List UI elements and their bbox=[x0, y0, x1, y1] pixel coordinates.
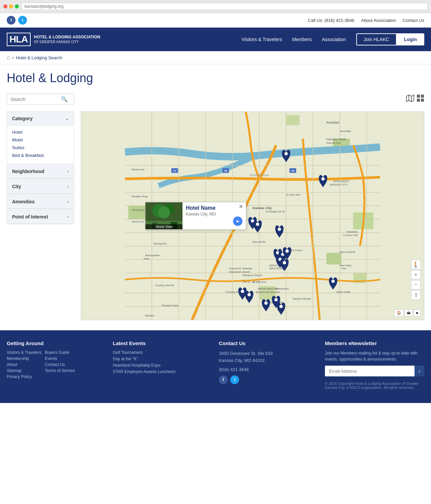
twitter-button[interactable]: t bbox=[18, 16, 27, 25]
main-layout: Category ⌄ Hotel Motel Suites Bed & Brea… bbox=[7, 111, 424, 320]
svg-marker-0 bbox=[406, 95, 414, 102]
footer-twitter-button[interactable]: t bbox=[230, 375, 239, 384]
footer-link-terms[interactable]: Terms of Service bbox=[45, 368, 75, 373]
footer-event-heartland[interactable]: Heartland Hospitality Expo bbox=[113, 363, 212, 368]
svg-point-94 bbox=[279, 305, 283, 308]
svg-rect-5 bbox=[417, 99, 420, 102]
map-type-terrain[interactable]: 🏔 bbox=[404, 309, 413, 316]
footer-links-col1: Visitors & Travelers Membership About Si… bbox=[7, 350, 41, 379]
svg-text:Kansas City: Kansas City bbox=[326, 141, 341, 144]
home-icon[interactable]: ⌂ bbox=[7, 55, 10, 61]
logo-hla-text: HLA bbox=[7, 33, 31, 46]
join-button[interactable]: Join HLAKC bbox=[356, 33, 397, 45]
footer-event-star[interactable]: STAR Employee Awards Luncheon bbox=[113, 369, 212, 374]
zoom-in-button[interactable]: + bbox=[411, 270, 421, 279]
street-view-label[interactable]: Street View bbox=[145, 224, 183, 229]
map-type-default[interactable]: 🏠 bbox=[394, 309, 404, 316]
map-type-controls: 🏠 🏔 ■ bbox=[394, 309, 421, 316]
facebook-button[interactable]: f bbox=[7, 16, 15, 25]
footer-col-newsletter: Members eNewsletter Join our Members mai… bbox=[325, 340, 424, 390]
popup-close-button[interactable]: ✕ bbox=[239, 204, 243, 209]
browser-url[interactable]: kansascitylodging.org bbox=[22, 3, 428, 10]
neighborhood-label: Neighborhood bbox=[12, 169, 44, 174]
filter-group-city: City › bbox=[7, 179, 74, 194]
footer-link-visitors[interactable]: Visitors & Travelers bbox=[7, 350, 41, 355]
svg-text:Strong Ave: Strong Ave bbox=[154, 242, 167, 245]
nav-association[interactable]: Association bbox=[322, 37, 346, 42]
top-bar: f t Call Us: (816) 421-3646 About Associ… bbox=[0, 13, 431, 28]
filter-header-neighborhood[interactable]: Neighborhood › bbox=[7, 165, 74, 178]
filter-item-suites[interactable]: Suites bbox=[12, 144, 69, 152]
map-up-button[interactable]: ⇧ bbox=[411, 290, 421, 300]
footer-newsletter-title: Members eNewsletter bbox=[325, 340, 424, 346]
filter-item-bnb[interactable]: Bed & Breakfast bbox=[12, 152, 69, 159]
category-label: Category bbox=[12, 116, 33, 121]
popup-hotel-name: Hotel Name bbox=[186, 205, 242, 211]
zoom-out-button[interactable]: − bbox=[411, 280, 421, 290]
footer-link-contact[interactable]: Contact Us bbox=[45, 362, 75, 367]
map-view-toggle[interactable] bbox=[406, 94, 414, 104]
svg-rect-8 bbox=[286, 115, 300, 125]
svg-point-96 bbox=[285, 152, 288, 156]
search-input[interactable] bbox=[10, 97, 61, 102]
footer-link-sitemap[interactable]: Sitemap bbox=[7, 368, 41, 373]
search-icon[interactable]: 🔍 bbox=[61, 96, 68, 102]
footer-link-about[interactable]: About bbox=[7, 362, 41, 367]
map-area: Missouri River Brown Ave Parallel Pkwy S… bbox=[81, 111, 424, 320]
svg-text:The N... A...: The N... A... bbox=[242, 280, 257, 283]
dot-yellow[interactable] bbox=[9, 4, 13, 8]
svg-text:NORTHEAST: NORTHEAST bbox=[333, 180, 350, 183]
map-type-satellite[interactable]: ■ bbox=[413, 309, 421, 316]
browser-chrome: kansascitylodging.org bbox=[0, 0, 431, 13]
grid-view-toggle[interactable] bbox=[417, 95, 424, 104]
svg-point-85 bbox=[283, 261, 286, 265]
footer-facebook-button[interactable]: f bbox=[219, 375, 228, 384]
breadcrumb-separator: > bbox=[12, 55, 14, 60]
nav-visitors[interactable]: Visitors & Travelers bbox=[241, 37, 282, 42]
dot-red[interactable] bbox=[3, 4, 7, 8]
header: HLA HOTEL & LODGING ASSOCIATION OF GREAT… bbox=[0, 28, 431, 51]
footer-address: 1600 Genessee St. Ste 633 Kansas City, M… bbox=[219, 350, 318, 364]
map-person-icon[interactable]: 🚶 bbox=[411, 260, 421, 269]
dot-green[interactable] bbox=[15, 4, 19, 8]
main-nav: Visitors & Travelers Members Association… bbox=[241, 33, 424, 45]
filter-header-poi[interactable]: Point of Interest › bbox=[7, 210, 74, 224]
sidebar: Category ⌄ Hotel Motel Suites Bed & Brea… bbox=[7, 111, 74, 320]
logo[interactable]: HLA HOTEL & LODGING ASSOCIATION OF GREAT… bbox=[7, 33, 100, 46]
nav-members[interactable]: Members bbox=[292, 37, 312, 42]
filter-item-hotel[interactable]: Hotel bbox=[12, 128, 69, 136]
breadcrumb: ⌂ > Hotel & Lodging Search bbox=[0, 51, 431, 64]
svg-point-87 bbox=[256, 223, 259, 226]
filter-item-motel[interactable]: Motel bbox=[12, 136, 69, 144]
footer-link-membership[interactable]: Membership bbox=[7, 356, 41, 361]
footer-event-day[interactable]: Day at the "K" bbox=[113, 357, 212, 361]
footer-events-list: Golf Tournament Day at the "K" Heartland… bbox=[113, 350, 212, 374]
search-input-wrap[interactable]: 🔍 bbox=[7, 94, 74, 105]
login-button[interactable]: Login bbox=[397, 33, 424, 45]
chevron-right-icon-poi: › bbox=[67, 214, 69, 219]
browser-dots bbox=[3, 4, 19, 8]
svg-text:EAST SIDE: EAST SIDE bbox=[336, 291, 350, 294]
footer-link-events[interactable]: Events bbox=[45, 356, 75, 361]
footer-email-input[interactable] bbox=[325, 366, 415, 376]
footer-link-buyers[interactable]: Buyers Guide bbox=[45, 350, 75, 355]
footer-email-submit[interactable]: › bbox=[415, 366, 424, 376]
footer-link-privacy[interactable]: Privacy Policy bbox=[7, 374, 41, 379]
contact-link[interactable]: Contact Us bbox=[403, 18, 424, 23]
footer-event-golf[interactable]: Golf Tournament bbox=[113, 350, 212, 355]
svg-text:Curious City: Curious City bbox=[343, 234, 358, 237]
map-container[interactable]: Missouri River Brown Ave Parallel Pkwy S… bbox=[81, 111, 424, 320]
footer-col-contact: Contact Us 1600 Genessee St. Ste 633 Kan… bbox=[219, 340, 318, 390]
directions-button[interactable]: ➤ bbox=[233, 216, 242, 226]
view-toggles bbox=[406, 94, 424, 104]
breadcrumb-current[interactable]: Hotel & Lodging Search bbox=[16, 55, 62, 60]
svg-rect-4 bbox=[421, 95, 424, 98]
svg-text:Wornall Rd: Wornall Rd bbox=[253, 240, 266, 243]
svg-point-100 bbox=[158, 206, 170, 219]
footer-copyright: © 2016 Copyright Hotel & Lodging Associa… bbox=[325, 381, 424, 390]
filter-header-amenities[interactable]: Amenities › bbox=[7, 195, 74, 209]
about-association-link[interactable]: About Association bbox=[361, 18, 396, 23]
svg-text:Strong Ave: Strong Ave bbox=[132, 208, 145, 211]
filter-header-city[interactable]: City › bbox=[7, 180, 74, 194]
filter-header-category[interactable]: Category ⌄ bbox=[7, 112, 74, 126]
